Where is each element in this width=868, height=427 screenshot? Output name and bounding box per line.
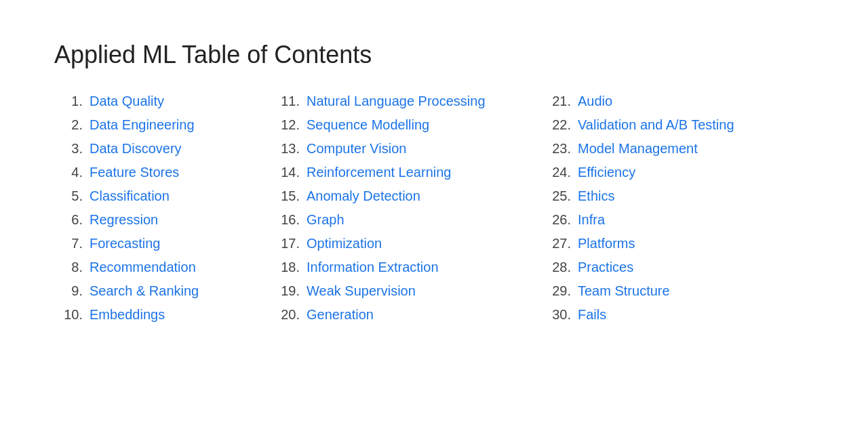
toc-item-number: 5. — [54, 188, 83, 204]
list-item: 24.Efficiency — [542, 161, 787, 184]
toc-item-link[interactable]: Data Quality — [90, 94, 164, 109]
toc-item-link[interactable]: Natural Language Processing — [307, 94, 486, 109]
list-item: 23.Model Management — [542, 137, 787, 161]
toc-item-link[interactable]: Efficiency — [578, 165, 635, 180]
list-item: 15.Anomaly Detection — [271, 184, 542, 208]
toc-item-number: 12. — [271, 117, 300, 133]
toc-item-number: 19. — [271, 283, 300, 299]
toc-item-number: 14. — [271, 165, 300, 180]
list-item: 3.Data Discovery — [54, 137, 271, 161]
toc-item-link[interactable]: Graph — [307, 212, 344, 228]
toc-item-number: 24. — [542, 165, 571, 180]
toc-item-number: 10. — [54, 307, 83, 323]
toc-item-link[interactable]: Infra — [578, 212, 605, 228]
toc-item-number: 6. — [54, 212, 83, 228]
toc-item-number: 26. — [542, 212, 571, 228]
toc-item-number: 15. — [271, 188, 300, 204]
toc-item-number: 27. — [542, 236, 571, 251]
toc-item-number: 3. — [54, 141, 83, 157]
toc-item-number: 28. — [542, 260, 571, 275]
toc-item-link[interactable]: Computer Vision — [307, 141, 406, 157]
list-item: 21.Audio — [542, 89, 787, 113]
list-item: 19.Weak Supervision — [271, 279, 542, 303]
toc-item-number: 22. — [542, 117, 571, 133]
toc-item-link[interactable]: Generation — [307, 307, 374, 323]
toc-item-number: 4. — [54, 165, 83, 180]
list-item: 22.Validation and A/B Testing — [542, 113, 787, 137]
list-item: 4.Feature Stores — [54, 161, 271, 184]
toc-item-link[interactable]: Search & Ranking — [90, 283, 199, 299]
list-item: 16.Graph — [271, 208, 542, 232]
toc-column-3: 21.Audio22.Validation and A/B Testing23.… — [542, 89, 787, 327]
toc-column-1: 1.Data Quality2.Data Engineering3.Data D… — [54, 89, 271, 327]
list-item: 17.Optimization — [271, 232, 542, 256]
toc-item-number: 17. — [271, 236, 300, 251]
toc-item-number: 16. — [271, 212, 300, 228]
list-item: 25.Ethics — [542, 184, 787, 208]
list-item: 26.Infra — [542, 208, 787, 232]
page-container: Applied ML Table of Contents 1.Data Qual… — [0, 0, 868, 367]
toc-item-link[interactable]: Information Extraction — [307, 260, 439, 275]
toc-item-link[interactable]: Data Engineering — [90, 117, 195, 133]
list-item: 1.Data Quality — [54, 89, 271, 113]
list-item: 27.Platforms — [542, 232, 787, 256]
list-item: 7.Forecasting — [54, 232, 271, 256]
toc-item-link[interactable]: Recommendation — [90, 260, 196, 275]
list-item: 14.Reinforcement Learning — [271, 161, 542, 184]
toc-item-link[interactable]: Practices — [578, 260, 633, 275]
toc-item-number: 13. — [271, 141, 300, 157]
toc-item-number: 7. — [54, 236, 83, 251]
list-item: 28.Practices — [542, 256, 787, 279]
toc-item-link[interactable]: Forecasting — [90, 236, 161, 251]
toc-item-link[interactable]: Audio — [578, 94, 612, 109]
list-item: 6.Regression — [54, 208, 271, 232]
list-item: 13.Computer Vision — [271, 137, 542, 161]
list-item: 18.Information Extraction — [271, 256, 542, 279]
toc-item-number: 30. — [542, 307, 571, 323]
toc-item-number: 23. — [542, 141, 571, 157]
toc-item-number: 29. — [542, 283, 571, 299]
toc-item-number: 20. — [271, 307, 300, 323]
toc-item-number: 8. — [54, 260, 83, 275]
toc-item-link[interactable]: Embeddings — [90, 307, 165, 323]
list-item: 2.Data Engineering — [54, 113, 271, 137]
toc-item-link[interactable]: Feature Stores — [90, 165, 179, 180]
page-title: Applied ML Table of Contents — [54, 41, 814, 69]
toc-column-2: 11.Natural Language Processing12.Sequenc… — [271, 89, 542, 327]
toc-item-link[interactable]: Optimization — [307, 236, 382, 251]
toc-item-link[interactable]: Validation and A/B Testing — [578, 117, 734, 133]
toc-item-link[interactable]: Data Discovery — [90, 141, 182, 157]
toc-item-link[interactable]: Fails — [578, 307, 606, 323]
toc-item-number: 9. — [54, 283, 83, 299]
list-item: 11.Natural Language Processing — [271, 89, 542, 113]
list-item: 12.Sequence Modelling — [271, 113, 542, 137]
toc-item-link[interactable]: Platforms — [578, 236, 635, 251]
list-item: 30.Fails — [542, 303, 787, 327]
toc-item-number: 21. — [542, 94, 571, 109]
toc-item-number: 1. — [54, 94, 83, 109]
toc-item-number: 11. — [271, 94, 300, 109]
list-item: 10.Embeddings — [54, 303, 271, 327]
toc-item-link[interactable]: Sequence Modelling — [307, 117, 429, 133]
toc-item-number: 2. — [54, 117, 83, 133]
toc-item-number: 25. — [542, 188, 571, 204]
list-item: 29.Team Structure — [542, 279, 787, 303]
toc-item-link[interactable]: Reinforcement Learning — [307, 165, 451, 180]
toc-item-link[interactable]: Team Structure — [578, 283, 670, 299]
toc-item-link[interactable]: Anomaly Detection — [307, 188, 420, 204]
toc-item-link[interactable]: Weak Supervision — [307, 283, 416, 299]
list-item: 20.Generation — [271, 303, 542, 327]
toc-item-link[interactable]: Ethics — [578, 188, 614, 204]
toc-item-link[interactable]: Classification — [90, 188, 170, 204]
toc-item-number: 18. — [271, 260, 300, 275]
list-item: 9.Search & Ranking — [54, 279, 271, 303]
toc-item-link[interactable]: Model Management — [578, 141, 698, 157]
toc-grid: 1.Data Quality2.Data Engineering3.Data D… — [54, 89, 814, 327]
toc-item-link[interactable]: Regression — [90, 212, 158, 228]
list-item: 8.Recommendation — [54, 256, 271, 279]
list-item: 5.Classification — [54, 184, 271, 208]
